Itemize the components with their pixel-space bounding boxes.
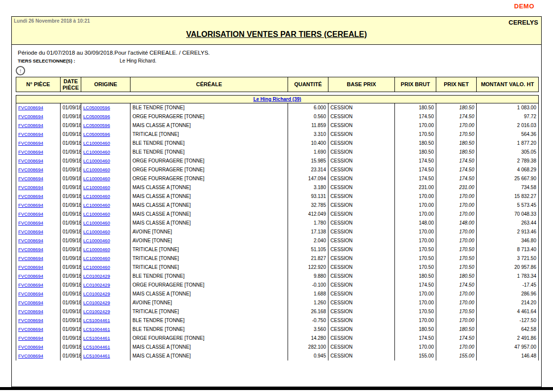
piece-link[interactable]: FVC008694 [18,344,43,350]
origine-link[interactable]: LC10000460 [83,140,110,146]
piece-link[interactable]: FVC008694 [18,309,43,314]
origine-link[interactable]: LC10000460 [83,185,110,190]
montant-cell: 642.58 [477,325,539,334]
piece-link[interactable]: FVC008694 [18,167,43,172]
origine-link[interactable]: LC01002429 [83,300,110,305]
piece-link[interactable]: FVC008694 [18,300,43,305]
origine-link[interactable]: LC01002429 [83,273,110,279]
piece-link[interactable]: FVC008694 [18,114,43,119]
piece-link[interactable]: FVC008694 [18,282,43,288]
origine-link[interactable]: LC10000460 [83,194,110,199]
origine-link[interactable]: LC05000596 [83,131,110,137]
piece-link[interactable]: FVC008694 [18,264,43,270]
origine-link[interactable]: LC51004461 [83,327,110,332]
origine-link[interactable]: LC10000460 [83,256,110,261]
prix-brut-cell: 180.50 [395,325,436,334]
cereale-cell: MAIS CLASSE A [TONNE] [130,290,288,298]
period-line: Période du 01/07/2018 au 30/09/2018.Pour… [18,50,537,56]
prix-brut-cell: 180.50 [395,139,436,148]
piece-link[interactable]: FVC008694 [18,291,43,296]
report-meta: Période du 01/07/2018 au 30/09/2018.Pour… [12,45,541,75]
prix-net-cell: 170.00 [436,228,477,236]
piece-link[interactable]: FVC008694 [18,194,43,199]
group-header-link[interactable]: Le Hing Richard (39) [253,97,301,102]
piece-link[interactable]: FVC008694 [18,131,43,137]
prix-net-cell: 174.50 [436,281,477,290]
origine-link[interactable]: LC10000460 [83,202,110,208]
origine-link[interactable]: LC05000596 [83,123,110,128]
piece-link[interactable]: FVC008694 [18,229,43,234]
quantite-cell: 17.138 [288,228,328,236]
origine-link[interactable]: LC05000596 [83,114,110,119]
table-header-row: N° PIÈCE DATE PIÈCE ORIGINE CÉRÉALE QUAN… [16,77,539,92]
base-prix-cell: CESSION [328,174,395,183]
piece-link[interactable]: FVC008694 [18,185,43,190]
origine-link[interactable]: LC51004461 [83,353,110,359]
piece-link[interactable]: FVC008694 [18,123,43,128]
piece-link[interactable]: FVC008694 [18,247,43,252]
quantite-cell: 9.880 [288,272,328,281]
prix-net-cell: 170.00 [436,201,477,210]
piece-link[interactable]: FVC008694 [18,176,43,181]
origine-link[interactable]: LC10000460 [83,238,110,243]
origine-link[interactable]: LC10000460 [83,229,110,234]
table-body: Le Hing Richard (39) FVC008694 01/09/18 … [16,92,539,360]
montant-cell: 15 832.27 [477,192,539,201]
piece-link[interactable]: FVC008694 [18,149,43,155]
piece-link[interactable]: FVC008694 [18,327,43,332]
page-title: VALORISATION VENTES PAR TIERS (CEREALE) [12,30,541,39]
up-arrow-icon[interactable]: ↑ [16,66,25,75]
piece-link[interactable]: FVC008694 [18,158,43,163]
cereale-cell: MAIS CLASSE A [TONNE] [130,121,288,130]
piece-link[interactable]: FVC008694 [18,335,43,341]
origine-link[interactable]: LC10000460 [83,158,110,163]
piece-link[interactable]: FVC008694 [18,353,43,359]
piece-link[interactable]: FVC008694 [18,256,43,261]
origine-link[interactable]: LC51004461 [83,335,110,341]
piece-link[interactable]: FVC008694 [18,220,43,226]
quantite-cell: -0.750 [288,316,328,325]
origine-link[interactable]: LC10000460 [83,176,110,181]
cereale-cell: AVOINE [TONNE] [130,236,288,245]
origine-link[interactable]: LC51004461 [83,344,110,350]
col-header-quantite: QUANTITÉ [288,77,328,92]
base-prix-cell: CESSION [328,148,395,157]
origine-link[interactable]: LC05000596 [83,105,110,110]
origine-link[interactable]: LC51004461 [83,318,110,323]
montant-cell: 2 491.86 [477,334,539,343]
piece-link[interactable]: FVC008694 [18,211,43,217]
quantite-cell: 14.280 [288,334,328,343]
quantite-cell: 15.985 [288,157,328,165]
origine-link[interactable]: LC10000460 [83,167,110,172]
prix-brut-cell: 148.00 [395,219,436,228]
table-row: FVC008694 01/09/18 LC10000460 ORGE FOURR… [16,165,539,174]
origine-link[interactable]: LC10000460 [83,264,110,270]
origine-link[interactable]: LC01002429 [83,282,110,288]
prix-net-cell: 174.50 [436,165,477,174]
prix-brut-cell: 174.50 [395,281,436,290]
origine-link[interactable]: LC10000460 [83,247,110,252]
quantite-cell: 1.260 [288,298,328,307]
origine-link[interactable]: LC10000460 [83,211,110,217]
piece-link[interactable]: FVC008694 [18,202,43,208]
piece-link[interactable]: FVC008694 [18,140,43,146]
montant-cell: 564.36 [477,130,539,139]
piece-link[interactable]: FVC008694 [18,273,43,279]
tiers-label: TIERS SELECTIONNE(S) : [18,58,120,64]
cereale-cell: MAIS CLASSE A [TONNE] [130,343,288,352]
col-header-cereale: CÉRÉALE [130,77,288,92]
origine-link[interactable]: LC10000460 [83,149,110,155]
piece-link[interactable]: FVC008694 [18,238,43,243]
prix-brut-cell: 170.00 [395,228,436,236]
base-prix-cell: CESSION [328,352,395,360]
piece-link[interactable]: FVC008694 [18,318,43,323]
base-prix-cell: CESSION [328,228,395,236]
date-cell: 01/09/18 [61,236,81,245]
origine-link[interactable]: LC10000460 [83,220,110,226]
col-header-piece: N° PIÈCE [16,77,61,92]
origine-link[interactable]: LC01002429 [83,291,110,296]
piece-link[interactable]: FVC008694 [18,105,43,110]
date-cell: 01/09/18 [61,298,81,307]
origine-link[interactable]: LC01002429 [83,309,110,314]
prix-net-cell: 180.50 [436,325,477,334]
